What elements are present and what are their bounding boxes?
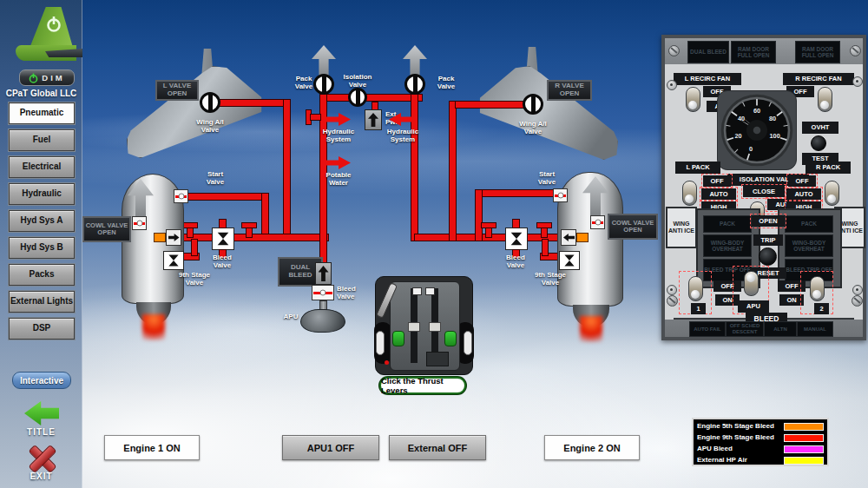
bleed-source-legend: Engine 5th Stage Bleed Engine 9th Stage … — [692, 418, 829, 466]
apu-check-valve — [315, 262, 332, 285]
altn-annunciator[interactable]: ALTN — [764, 321, 797, 337]
engine-2-bleed-valve[interactable] — [505, 228, 528, 250]
trip-reset-button[interactable] — [759, 247, 777, 266]
pipe — [319, 94, 423, 102]
r-recirc-test-button[interactable] — [852, 76, 863, 87]
nav-label: Hydraulic — [22, 189, 62, 199]
pipe — [478, 189, 558, 197]
pipe — [219, 219, 227, 228]
right-pack-valve[interactable] — [404, 74, 425, 95]
apu-unit — [300, 309, 345, 333]
thrust-lever-1-handle[interactable] — [408, 322, 420, 332]
svg-text:60: 60 — [753, 107, 760, 115]
screw-icon — [667, 295, 678, 307]
pipe-stub — [541, 228, 548, 238]
engine-1-bleed-switch[interactable] — [688, 276, 703, 301]
dual-bleed-annunciator[interactable]: DUAL BLEED — [687, 41, 729, 63]
engine-1-power-button[interactable]: Engine 1 ON — [104, 435, 200, 460]
ovht-label: OVHT — [802, 122, 838, 134]
left-wing-valve-status: L VALVE OPEN — [155, 80, 199, 101]
engine-1-cowl-valve[interactable] — [132, 216, 147, 230]
l-recirc-test-button[interactable] — [667, 80, 677, 90]
left-pack-valve[interactable] — [313, 74, 334, 95]
thrust-prompt-button[interactable]: Click the Thrust Levers — [379, 377, 466, 394]
title-back-arrow-icon[interactable] — [24, 401, 59, 425]
engine-1-bleed-valve[interactable] — [212, 228, 234, 250]
sidebar-item-packs[interactable]: Packs — [9, 264, 75, 286]
left-wing-body-overheat-annunciator[interactable]: WING-BODY OVERHEAT — [703, 234, 752, 257]
l-recirc-fan-label: L RECIRC FAN — [674, 73, 741, 85]
apu-bleed-switch[interactable] — [744, 271, 759, 296]
pipe — [455, 101, 529, 109]
sidebar-item-external-lights[interactable]: External Lights — [9, 291, 75, 313]
pipe — [283, 99, 291, 241]
engine-2-cowl-valve[interactable] — [590, 215, 605, 229]
engine-1-9th-stage-label: 9th Stage Valve — [172, 271, 217, 287]
right-wing-body-overheat-annunciator[interactable]: WING-BODY OVERHEAT — [785, 234, 833, 257]
apu-switch-label: APU — [738, 300, 769, 313]
auto-fail-annunciator[interactable]: AUTO FAIL — [689, 321, 726, 337]
r-pack-switch[interactable] — [825, 181, 839, 206]
legend-swatch-apu — [784, 445, 824, 453]
l-recirc-fan-switch[interactable] — [686, 87, 700, 112]
engine-2-power-button[interactable]: Engine 2 ON — [544, 435, 640, 460]
ram-door-right-annunciator[interactable]: RAM DOOR FULL OPEN — [795, 41, 840, 63]
engine-2-bleed-switch[interactable] — [810, 276, 825, 301]
engine-2-start-valve-label: Start Valve — [529, 170, 564, 186]
panel-left-test-button[interactable] — [667, 285, 677, 295]
r-pack-off-label: OFF — [788, 175, 816, 187]
right-pack-trip-annunciator[interactable]: PACK — [785, 215, 833, 233]
interactive-button[interactable]: Interactive — [12, 372, 71, 389]
manual-annunciator[interactable]: MANUAL — [797, 321, 833, 337]
sidebar-item-hydraulic[interactable]: Hydraulic — [9, 183, 75, 205]
ovht-test-button[interactable] — [811, 135, 826, 151]
apu-label: APU — [279, 313, 302, 320]
engine-1-power-label: Engine 1 ON — [123, 443, 180, 453]
exit-x-icon[interactable] — [27, 444, 56, 472]
svg-text:40: 40 — [738, 115, 745, 122]
legend-label: APU Bleed — [697, 445, 733, 452]
quadrant-left-handle — [376, 331, 385, 355]
pipe — [191, 239, 198, 256]
flap-indicator-1 — [412, 287, 422, 295]
left-hydraulic-label: Hydraulic System — [319, 128, 358, 143]
title-label: TITLE — [0, 427, 82, 437]
panel-right-test-button[interactable] — [852, 285, 863, 295]
external-power-button[interactable]: External OFF — [389, 435, 486, 460]
apu1-power-label: APU1 OFF — [307, 443, 354, 453]
pipe — [512, 219, 520, 228]
apu-bleed-valve-label: Bleed Valve — [337, 285, 366, 300]
engine-1-start-valve-label: Start Valve — [198, 170, 233, 186]
isolation-valve[interactable] — [348, 88, 367, 107]
sidebar-item-dsp[interactable]: DSP — [9, 318, 75, 340]
sidebar-item-fuel[interactable]: Fuel — [9, 129, 75, 151]
ram-door-left-annunciator[interactable]: RAM DOOR FULL OPEN — [731, 41, 776, 63]
sidebar-item-pneumatic[interactable]: Pneumatic — [9, 102, 75, 124]
apu1-power-button[interactable]: APU1 OFF — [282, 435, 379, 460]
right-wing-anti-ice-valve[interactable] — [523, 94, 543, 115]
sidebar-item-hyd-sys-b[interactable]: Hyd Sys B — [9, 237, 75, 259]
l-pack-label: L PACK — [675, 162, 720, 174]
engine-1-start-valve[interactable] — [174, 189, 188, 203]
r-recirc-fan-switch[interactable] — [818, 87, 832, 112]
r-pack-auto-label: AUTO — [786, 188, 821, 200]
left-pack-trip-annunciator[interactable]: PACK — [703, 215, 752, 233]
apu-bleed-valve[interactable] — [312, 285, 334, 300]
engine-2-bleed-valve-label: Bleed Valve — [498, 254, 533, 269]
engine-1-9th-stage-valve[interactable] — [163, 251, 184, 270]
r-recirc-fan-label: R RECIRC FAN — [783, 73, 854, 85]
isolation-valve-label: Isolation Valve — [339, 73, 377, 89]
left-wing-anti-ice-valve[interactable] — [200, 92, 220, 113]
svg-text:80: 80 — [769, 115, 776, 122]
dim-button[interactable]: DIM — [19, 69, 75, 86]
engine-2-cowl-valve-status: COWL VALVE OPEN — [608, 214, 658, 240]
l-pack-switch[interactable] — [682, 181, 697, 206]
engine-2-9th-stage-label: 9th Stage Valve — [528, 271, 573, 287]
thrust-quadrant[interactable] — [375, 276, 473, 375]
sidebar-item-hyd-sys-a[interactable]: Hyd Sys A — [9, 210, 75, 232]
engine-2-9th-stage-valve[interactable] — [559, 251, 580, 270]
sidebar-item-electrical[interactable]: Electrical — [9, 156, 75, 178]
off-sched-descent-annunciator[interactable]: OFF SCHED DESCENT — [726, 321, 764, 337]
engine-2-start-valve[interactable] — [553, 188, 568, 202]
thrust-lever-2-handle[interactable] — [429, 322, 441, 332]
